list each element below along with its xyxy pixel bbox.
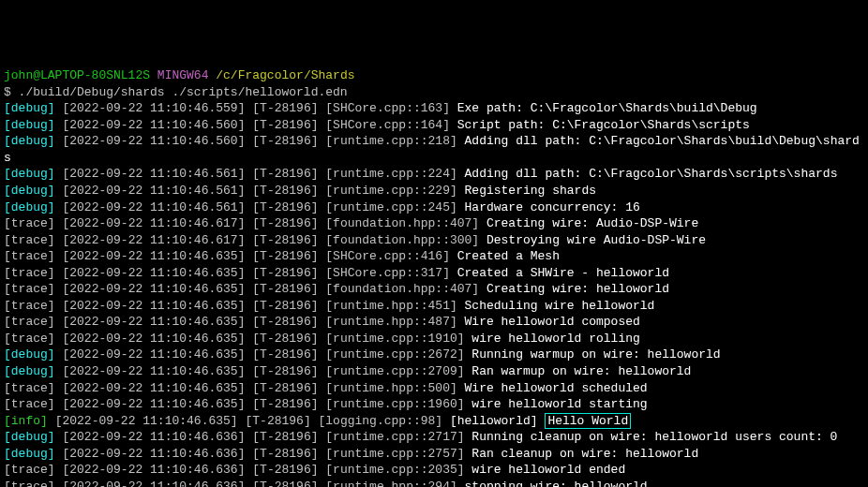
log-source: [foundation.hpp::407]	[325, 282, 479, 296]
log-source: [foundation.hpp::300]	[325, 233, 479, 247]
log-source: [SHCore.cpp::317]	[325, 266, 450, 280]
prompt-line: john@LAPTOP-80SNL12S MINGW64 /c/Fragcolo…	[4, 67, 864, 84]
log-source: [runtime.hpp::294]	[325, 480, 456, 487]
log-timestamp: [2022-09-22 11:10:46.617]	[62, 216, 245, 230]
log-thread: [T-28196]	[252, 332, 318, 346]
log-line: [trace] [2022-09-22 11:10:46.617] [T-281…	[4, 232, 864, 249]
log-line: [debug] [2022-09-22 11:10:46.636] [T-281…	[4, 446, 864, 463]
log-source: [runtime.cpp::245]	[325, 200, 456, 214]
log-level: [debug]	[4, 447, 55, 461]
log-timestamp: [2022-09-22 11:10:46.636]	[62, 430, 245, 444]
log-source: [runtime.cpp::1960]	[325, 397, 464, 411]
prompt-env: MINGW64	[157, 68, 209, 82]
log-level: [info]	[4, 414, 48, 428]
log-level: [debug]	[4, 430, 55, 444]
log-thread: [T-28196]	[252, 463, 318, 477]
log-thread: [T-28196]	[245, 414, 310, 428]
log-line: [trace] [2022-09-22 11:10:46.635] [T-281…	[4, 281, 864, 298]
log-thread: [T-28196]	[252, 397, 318, 411]
log-level: [debug]	[4, 184, 55, 198]
log-timestamp: [2022-09-22 11:10:46.560]	[62, 118, 245, 132]
log-thread: [T-28196]	[252, 315, 318, 329]
log-level: [debug]	[4, 347, 55, 362]
log-thread: [T-28196]	[252, 282, 318, 296]
log-thread: [T-28196]	[252, 381, 318, 395]
log-source: [foundation.hpp::407]	[325, 216, 479, 230]
log-line: [trace] [2022-09-22 11:10:46.635] [T-281…	[4, 265, 864, 282]
log-thread: [T-28196]	[252, 216, 318, 230]
log-level: [debug]	[4, 118, 55, 132]
log-level: [trace]	[4, 299, 55, 313]
log-timestamp: [2022-09-22 11:10:46.636]	[62, 447, 245, 461]
log-level: [trace]	[4, 332, 55, 346]
log-level: [debug]	[4, 167, 55, 181]
log-level: [trace]	[4, 463, 55, 477]
log-source: [runtime.hpp::487]	[325, 315, 456, 329]
prompt-user: john@LAPTOP-80SNL12S	[4, 68, 150, 82]
log-line: [trace] [2022-09-22 11:10:46.636] [T-281…	[4, 479, 864, 487]
log-line: [debug] [2022-09-22 11:10:46.635] [T-281…	[4, 363, 864, 380]
log-output: [debug] [2022-09-22 11:10:46.559] [T-281…	[4, 100, 864, 487]
log-thread: [T-28196]	[252, 447, 318, 461]
log-level: [debug]	[4, 364, 55, 378]
log-thread: [T-28196]	[252, 233, 318, 247]
log-thread: [T-28196]	[252, 249, 318, 263]
log-message: Registering shards	[465, 184, 596, 198]
log-timestamp: [2022-09-22 11:10:46.635]	[62, 299, 245, 313]
log-level: [debug]	[4, 134, 55, 148]
log-line: [debug] [2022-09-22 11:10:46.561] [T-281…	[4, 199, 864, 216]
log-line: [trace] [2022-09-22 11:10:46.635] [T-281…	[4, 248, 864, 265]
log-source: [runtime.cpp::2757]	[325, 447, 464, 461]
log-line: [info] [2022-09-22 11:10:46.635] [T-2819…	[4, 413, 864, 430]
log-level: [debug]	[4, 200, 55, 214]
log-message: wire helloworld starting	[471, 397, 647, 411]
log-thread: [T-28196]	[252, 134, 318, 148]
log-thread: [T-28196]	[252, 118, 318, 132]
command-line[interactable]: $ ./build/Debug/shards ./scripts/hellowo…	[4, 84, 864, 101]
log-line: [trace] [2022-09-22 11:10:46.635] [T-281…	[4, 380, 864, 397]
log-message: Running warmup on wire: helloworld	[471, 347, 720, 362]
log-thread: [T-28196]	[252, 167, 318, 181]
log-source: [runtime.cpp::2672]	[325, 347, 464, 362]
log-line: [trace] [2022-09-22 11:10:46.635] [T-281…	[4, 396, 864, 413]
log-message: Exe path: C:\Fragcolor\Shards\build\Debu…	[457, 101, 757, 115]
log-timestamp: [2022-09-22 11:10:46.617]	[62, 233, 245, 247]
log-source: [runtime.hpp::500]	[325, 381, 456, 395]
log-timestamp: [2022-09-22 11:10:46.635]	[62, 266, 245, 280]
log-message: Hardware concurrency: 16	[465, 200, 640, 214]
log-message: Adding dll path: C:\Fragcolor\Shards\scr…	[465, 167, 838, 181]
log-timestamp: [2022-09-22 11:10:46.559]	[62, 101, 245, 115]
log-source: [runtime.cpp::2709]	[325, 364, 464, 378]
log-message: Created a Mesh	[457, 249, 560, 263]
log-source: [runtime.hpp::451]	[325, 299, 456, 313]
log-timestamp: [2022-09-22 11:10:46.635]	[62, 347, 245, 362]
log-line: [trace] [2022-09-22 11:10:46.635] [T-281…	[4, 314, 864, 331]
log-level: [trace]	[4, 480, 55, 487]
log-level: [debug]	[4, 101, 55, 115]
log-message: Destroying wire Audio-DSP-Wire	[486, 233, 706, 247]
log-message: Wire helloworld composed	[465, 315, 640, 329]
log-timestamp: [2022-09-22 11:10:46.635]	[62, 315, 245, 329]
log-message: Wire helloworld scheduled	[465, 381, 648, 395]
log-message: Ran warmup on wire: helloworld	[471, 364, 691, 378]
log-message: Ran cleanup on wire: helloworld	[471, 447, 698, 461]
log-timestamp: [2022-09-22 11:10:46.636]	[62, 480, 245, 487]
log-message: Running cleanup on wire: helloworld user…	[471, 430, 837, 444]
log-line: [debug] [2022-09-22 11:10:46.635] [T-281…	[4, 347, 864, 363]
log-timestamp: [2022-09-22 11:10:46.635]	[62, 397, 245, 411]
log-line: [trace] [2022-09-22 11:10:46.635] [T-281…	[4, 298, 864, 315]
log-line: [debug] [2022-09-22 11:10:46.561] [T-281…	[4, 183, 864, 199]
log-message-highlight: Hello World	[545, 413, 631, 429]
log-timestamp: [2022-09-22 11:10:46.635]	[62, 332, 245, 346]
log-timestamp: [2022-09-22 11:10:46.561]	[62, 167, 245, 181]
log-source: [runtime.cpp::229]	[325, 184, 456, 198]
log-level: [trace]	[4, 315, 55, 329]
log-line: [debug] [2022-09-22 11:10:46.560] [T-281…	[4, 133, 864, 166]
log-level: [trace]	[4, 233, 55, 247]
log-source: [runtime.cpp::1910]	[325, 332, 464, 346]
log-source: [runtime.cpp::2717]	[325, 430, 464, 444]
log-timestamp: [2022-09-22 11:10:46.635]	[62, 381, 245, 395]
log-thread: [T-28196]	[252, 430, 318, 444]
log-thread: [T-28196]	[252, 184, 318, 198]
log-thread: [T-28196]	[252, 347, 318, 362]
